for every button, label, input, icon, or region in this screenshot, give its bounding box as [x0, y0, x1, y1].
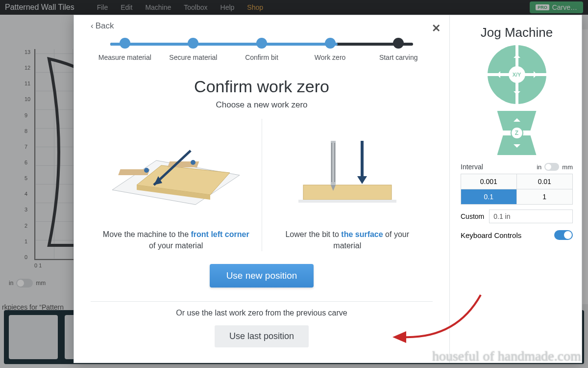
step-work-zero[interactable]: Work zero: [296, 38, 365, 61]
modal-subtitle: Choose a new work zero: [91, 100, 433, 110]
keyboard-controls-label: Keyboard Controls: [461, 231, 521, 239]
chevron-left-icon: ‹: [91, 21, 94, 31]
jog-z-center: Z: [511, 127, 523, 139]
jog-panel: Jog Machine X/Y Z Interval in mm: [449, 15, 582, 363]
back-button[interactable]: ‹ Back: [91, 21, 114, 31]
or-text: Or use the last work zero from the previ…: [91, 309, 433, 317]
svg-point-5: [144, 168, 149, 173]
modal-title: Confirm work zero: [91, 77, 433, 96]
back-label: Back: [96, 21, 114, 31]
custom-interval-input[interactable]: [489, 210, 573, 223]
watermark: houseful of handmade.com: [432, 348, 581, 364]
front-left-corner-highlight: front left corner: [191, 230, 249, 238]
instruction-xy: Move the machine to the front left corne…: [91, 119, 262, 251]
svg-rect-13: [331, 143, 332, 182]
xy-corner-illustration: [107, 119, 245, 222]
toggle-switch-icon[interactable]: [544, 163, 559, 171]
svg-rect-14: [334, 143, 335, 182]
interval-grid: 0.001 0.01 0.1 1: [461, 174, 573, 205]
svg-marker-16: [357, 176, 367, 184]
jog-left-button[interactable]: [493, 71, 500, 78]
step-confirm-bit[interactable]: Confirm bit: [227, 38, 296, 61]
jog-xy-dpad: X/Y: [488, 45, 546, 104]
jog-xy-center[interactable]: X/Y: [509, 66, 525, 83]
step-measure-material[interactable]: Measure material: [91, 38, 159, 61]
interval-option[interactable]: 1: [517, 189, 573, 204]
jog-unit-toggle[interactable]: in mm: [537, 163, 573, 171]
close-icon[interactable]: ✕: [432, 22, 441, 35]
chevron-up-icon: [514, 115, 520, 122]
jog-down-button[interactable]: [514, 91, 520, 98]
work-zero-modal: ‹ Back ✕ Measure material Secure materia…: [74, 15, 582, 363]
step-start-carving[interactable]: Start carving: [364, 38, 433, 61]
separator: [91, 301, 433, 302]
interval-option[interactable]: 0.01: [517, 174, 573, 189]
svg-marker-17: [392, 331, 406, 343]
instruction-z: Lower the bit to the surface of your mat…: [262, 119, 433, 251]
jog-up-button[interactable]: [514, 51, 520, 58]
custom-label: Custom: [461, 212, 484, 220]
svg-point-6: [191, 160, 196, 165]
svg-rect-9: [303, 185, 392, 200]
use-last-position-button[interactable]: Use last position: [215, 325, 309, 347]
jog-title: Jog Machine: [461, 25, 573, 40]
jog-right-button[interactable]: [534, 71, 540, 78]
jog-z-pad: Z: [497, 111, 537, 155]
use-new-position-button[interactable]: Use new position: [210, 264, 314, 288]
z-surface-illustration: [289, 119, 406, 222]
interval-option[interactable]: 0.001: [461, 174, 517, 189]
chevron-down-icon: [514, 144, 520, 151]
svg-rect-10: [298, 200, 396, 203]
interval-option-selected[interactable]: 0.1: [461, 189, 517, 204]
stepper: Measure material Secure material Confirm…: [91, 38, 433, 65]
surface-highlight: the surface: [341, 230, 383, 238]
keyboard-controls-toggle[interactable]: [554, 230, 573, 240]
interval-label: Interval: [461, 163, 483, 171]
step-secure-material[interactable]: Secure material: [159, 38, 228, 61]
